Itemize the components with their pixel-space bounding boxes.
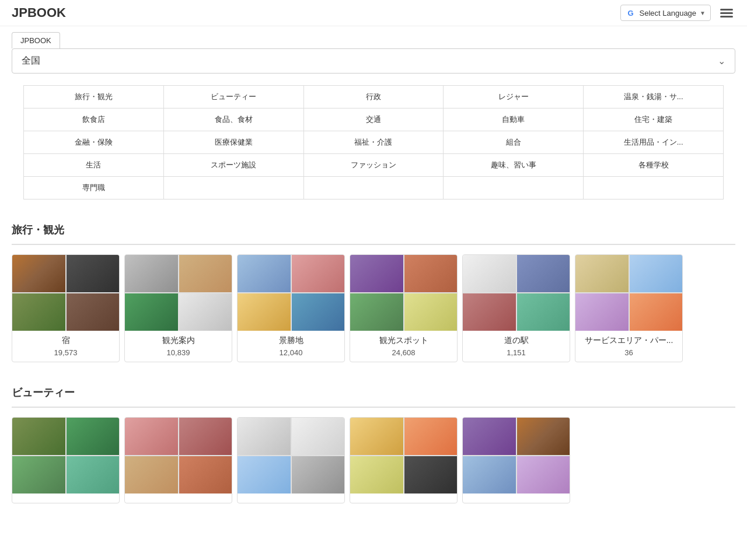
card-count: 24,608 xyxy=(355,348,452,357)
card-item[interactable]: サービスエリア・パー...36 xyxy=(575,254,683,362)
card-image-piece xyxy=(350,456,403,494)
menu-icon[interactable] xyxy=(718,6,735,20)
beauty-section-title: ビューティー xyxy=(12,386,735,400)
menu-bar-1 xyxy=(720,9,733,10)
category-cell[interactable]: 食品、食材 xyxy=(163,108,303,131)
card-item[interactable]: 観光案内10,839 xyxy=(124,254,232,362)
category-cell[interactable]: 福祉・介護 xyxy=(303,131,444,154)
category-cell[interactable]: 生活 xyxy=(24,154,164,177)
card-image-piece xyxy=(517,255,570,292)
card-image-piece xyxy=(350,255,403,292)
card-image-grid xyxy=(12,418,119,494)
card-image-piece xyxy=(404,293,458,331)
travel-section: 旅行・観光 xyxy=(0,211,747,237)
category-cell[interactable]: ファッション xyxy=(303,154,444,177)
card-image-piece xyxy=(12,456,65,494)
card-name: 観光案内 xyxy=(130,335,227,346)
card-name: 道の駅 xyxy=(467,335,565,346)
category-cell[interactable]: 専門職 xyxy=(24,177,164,200)
card-image-piece xyxy=(125,255,178,292)
jpbook-tab[interactable]: JPBOOK xyxy=(12,32,60,48)
menu-bar-3 xyxy=(720,16,733,18)
card-image-piece xyxy=(292,255,345,292)
nav-tabs: JPBOOK xyxy=(0,26,747,48)
category-cell[interactable]: 飲食店 xyxy=(24,108,164,131)
card-info xyxy=(238,494,344,503)
category-cell[interactable]: レジャー xyxy=(444,86,584,108)
card-item[interactable] xyxy=(350,417,458,503)
card-image-piece xyxy=(12,293,65,331)
category-cell[interactable]: 各種学校 xyxy=(584,154,724,177)
category-cell[interactable]: ビューティー xyxy=(163,86,303,108)
header: JPBOOK G Select Language ▼ xyxy=(0,0,747,26)
card-item[interactable] xyxy=(124,417,232,503)
category-cell[interactable]: 温泉・銭湯・サ... xyxy=(584,86,724,108)
card-image-piece xyxy=(179,456,232,494)
card-name: 宿 xyxy=(17,335,114,346)
card-name: 観光スポット xyxy=(355,335,452,346)
card-image-piece xyxy=(125,456,178,494)
category-cell[interactable]: 自動車 xyxy=(444,108,584,131)
lang-arrow-icon: ▼ xyxy=(700,10,706,16)
card-item[interactable]: 観光スポット24,608 xyxy=(350,254,458,362)
card-image-piece xyxy=(67,293,120,331)
category-cell[interactable]: 金融・保険 xyxy=(24,131,164,154)
card-item[interactable]: 景勝地12,040 xyxy=(237,254,345,362)
card-info: 道の駅1,151 xyxy=(463,331,570,362)
card-image-piece xyxy=(292,293,345,331)
category-cell[interactable]: 交通 xyxy=(303,108,444,131)
card-image-piece xyxy=(67,418,120,455)
card-image-piece xyxy=(125,418,178,455)
card-count: 10,839 xyxy=(130,348,227,357)
category-cell[interactable]: 行政 xyxy=(303,86,444,108)
card-image-piece xyxy=(12,255,65,292)
category-cell[interactable]: 趣味、習い事 xyxy=(444,154,584,177)
card-image-grid xyxy=(350,255,457,331)
category-table: 旅行・観光ビューティー行政レジャー温泉・銭湯・サ...飲食店食品、食材交通自動車… xyxy=(23,85,724,200)
card-name: サービスエリア・パー... xyxy=(580,335,678,346)
category-cell[interactable] xyxy=(163,177,303,200)
category-cell[interactable]: スポーツ施設 xyxy=(163,154,303,177)
category-cell[interactable]: 住宅・建築 xyxy=(584,108,724,131)
card-image-piece xyxy=(179,255,232,292)
language-selector[interactable]: G Select Language ▼ xyxy=(620,5,711,21)
category-cell[interactable]: 医療保健業 xyxy=(163,131,303,154)
region-selector[interactable]: 全国 ⌄ xyxy=(12,48,735,74)
category-cell[interactable]: 生活用品・イン... xyxy=(584,131,724,154)
card-image-piece xyxy=(404,456,458,494)
category-cell[interactable]: 組合 xyxy=(444,131,584,154)
card-image-piece xyxy=(463,255,516,292)
card-info: 観光スポット24,608 xyxy=(350,331,457,362)
card-image-piece xyxy=(12,418,65,455)
card-count: 1,151 xyxy=(467,348,565,357)
category-cell[interactable] xyxy=(444,177,584,200)
card-item[interactable] xyxy=(12,417,120,503)
card-count: 36 xyxy=(580,348,678,357)
card-image-grid xyxy=(238,418,344,494)
card-item[interactable] xyxy=(237,417,345,503)
card-image-piece xyxy=(575,255,629,292)
card-image-grid xyxy=(238,255,344,331)
category-grid-container: 旅行・観光ビューティー行政レジャー温泉・銭湯・サ...飲食店食品、食材交通自動車… xyxy=(12,85,735,200)
category-cell[interactable] xyxy=(303,177,444,200)
category-cell[interactable] xyxy=(584,177,724,200)
card-image-piece xyxy=(517,418,570,455)
site-logo[interactable]: JPBOOK xyxy=(12,5,66,20)
card-count: 12,040 xyxy=(242,348,340,357)
card-image-grid xyxy=(463,418,570,494)
card-image-piece xyxy=(292,456,345,494)
card-image-piece xyxy=(179,418,232,455)
card-item[interactable] xyxy=(462,417,570,503)
travel-section-title: 旅行・観光 xyxy=(12,223,735,237)
category-cell[interactable]: 旅行・観光 xyxy=(24,86,164,108)
card-image-piece xyxy=(517,293,570,331)
card-info xyxy=(12,494,119,503)
card-image-piece xyxy=(630,293,683,331)
card-image-piece xyxy=(238,456,291,494)
card-image-piece xyxy=(292,418,345,455)
card-name: 景勝地 xyxy=(242,335,340,346)
card-image-piece xyxy=(67,456,120,494)
card-image-grid xyxy=(125,418,232,494)
card-item[interactable]: 道の駅1,151 xyxy=(462,254,570,362)
card-item[interactable]: 宿19,573 xyxy=(12,254,120,362)
